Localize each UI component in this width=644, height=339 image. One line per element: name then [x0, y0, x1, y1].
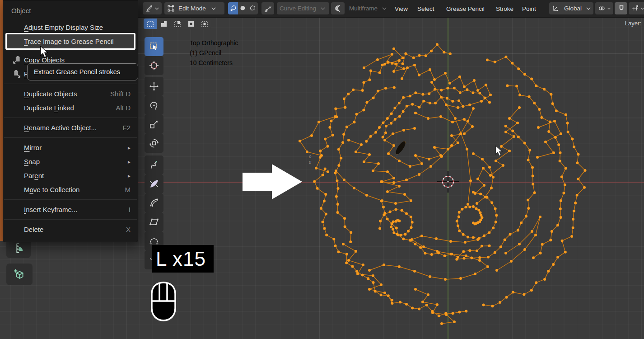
gp-fill-patch: [394, 140, 407, 156]
rotate-tool-icon: [149, 100, 159, 111]
menu-item-adjust-empty-display-size[interactable]: Adjust Empty Display Size: [3, 20, 138, 34]
menu-item-parent[interactable]: Parent▸: [3, 169, 138, 183]
menu-item-label: Mirror: [24, 144, 42, 151]
active-object-label: (1) GPencil: [190, 48, 238, 58]
select-mode-point-icon: [229, 5, 237, 12]
menu-item-rename-active-object[interactable]: Rename Active Object...F2: [3, 121, 138, 135]
select-mode-segment-icon: [249, 5, 257, 12]
cursor-tool-button[interactable]: [145, 56, 163, 75]
snap-target-icon: [631, 5, 639, 12]
extrude-tool-icon: [149, 160, 159, 170]
rotate-tool-button[interactable]: [145, 96, 163, 115]
transform-orientation-dropdown[interactable]: Global: [549, 2, 593, 14]
menu-item-snap[interactable]: Snap▸: [3, 155, 138, 169]
select-mode-invert-button[interactable]: [184, 19, 197, 29]
select-mode-invert-icon: [187, 20, 195, 28]
bend-tool-icon: [149, 198, 159, 208]
menu-item-delete[interactable]: DeleteX: [3, 222, 138, 236]
multiframe-label: Multiframe: [349, 5, 378, 12]
header-menu-view[interactable]: View: [392, 0, 411, 17]
move-tool-icon: [149, 81, 159, 92]
shear-tool-button[interactable]: [145, 212, 163, 231]
select-mode-stroke-button[interactable]: [238, 2, 248, 14]
radius-tool-button[interactable]: [145, 174, 163, 193]
layer-label: Layer:: [625, 20, 641, 27]
select-mode-extend-button[interactable]: [157, 19, 170, 29]
mode-dropdown[interactable]: Edit Mode: [164, 2, 224, 14]
menu-item-shortcut: Alt D: [116, 104, 131, 112]
mouse-indicator-icon: [150, 281, 177, 323]
curve-editing-toggle-button[interactable]: [261, 2, 274, 14]
add-cube-tool-icon: [13, 268, 26, 281]
gp-strokes[interactable]: [300, 45, 585, 324]
object-menu: Object Adjust Empty Display SizeTrace Im…: [3, 0, 138, 242]
menu-item-label: Parent: [24, 172, 44, 179]
blender-window: Top Orthographic (1) GPencil 10 Centimet…: [0, 0, 644, 339]
tweak-select-box-tool-button[interactable]: [145, 37, 163, 56]
menu-gap: [3, 48, 138, 53]
transform-tool-button[interactable]: [145, 134, 163, 153]
menu-item-label: Snap: [24, 158, 40, 165]
multiframe-toggle-button[interactable]: [331, 2, 345, 14]
multiframe-dropdown[interactable]: Multiframe: [346, 2, 390, 14]
header-menu-grease-pencil[interactable]: Grease Pencil: [443, 0, 487, 17]
select-mode-stroke-icon: [239, 5, 247, 12]
select-mode-subtract-button[interactable]: [171, 19, 184, 29]
select-mode-segment-button[interactable]: [248, 2, 258, 14]
snap-magnet-icon: [617, 5, 625, 13]
menu-item-shortcut: M: [125, 186, 131, 193]
select-mode-intersect-button[interactable]: [198, 19, 211, 29]
snap-settings-dropdown[interactable]: [629, 2, 644, 14]
menu-item-insert-keyframe[interactable]: Insert Keyframe...I: [3, 202, 138, 217]
tool-settings-select-modes: [144, 19, 211, 29]
measure-tool-icon: [13, 242, 24, 254]
menu-item-mirror[interactable]: Mirror▸: [3, 141, 138, 155]
menu-item-shortcut: X: [126, 226, 131, 233]
shear-tool-icon: [149, 217, 159, 227]
gp-points[interactable]: [299, 43, 587, 325]
orientation-label: Global: [564, 5, 582, 12]
cursor-tool-icon: [149, 60, 159, 71]
scale-tool-icon: [149, 119, 159, 130]
menu-item-shortcut: F2: [122, 124, 131, 132]
move-tool-button[interactable]: [145, 77, 163, 96]
menu-item-label: Rename Active Object...: [24, 124, 97, 132]
tweak-select-box-tool-icon: [149, 41, 159, 52]
select-mode-extend-icon: [160, 20, 168, 28]
empty-zero-marks: 0 0: [309, 154, 311, 165]
pivot-point-dropdown[interactable]: [595, 2, 613, 14]
header-menu-stroke[interactable]: Stroke: [493, 0, 516, 17]
scale-label: 10 Centimeters: [190, 58, 238, 68]
submenu-arrow-icon: ▸: [128, 173, 131, 179]
select-mode-new-button[interactable]: [144, 19, 157, 29]
editor-type-button[interactable]: [143, 2, 162, 14]
menu-item-duplicate-linked[interactable]: Duplicate LinkedAlt D: [3, 101, 138, 115]
menu-item-trace-image-to-grease-pencil[interactable]: Trace Image to Grease Pencil: [7, 34, 134, 48]
menu-item-move-to-collection[interactable]: Move to CollectionM: [3, 183, 138, 197]
menu-separator: [3, 217, 138, 222]
menu-item-shortcut: I: [129, 206, 131, 213]
menu-separator: [3, 81, 138, 87]
scale-tool-button[interactable]: [145, 115, 163, 134]
object-menu-title: Object: [3, 0, 138, 20]
snap-toggle-button[interactable]: [615, 2, 627, 14]
add-cube-tool-button[interactable]: [6, 264, 33, 285]
select-mode-point-button[interactable]: [228, 2, 238, 14]
menu-item-duplicate-objects[interactable]: Duplicate ObjectsShift D: [3, 87, 138, 101]
menu-item-label: Trace Image to Grease Pencil: [24, 38, 114, 45]
select-mode-intersect-icon: [201, 20, 208, 28]
bend-tool-button[interactable]: [145, 193, 163, 212]
header-menu-select[interactable]: Select: [415, 0, 437, 17]
menu-item-shortcut: Shift D: [110, 90, 131, 98]
mouse-cursor-viewport: [495, 146, 504, 156]
multiframe-toggle-icon: [334, 4, 342, 13]
transform-orientation-icon: [552, 5, 560, 12]
curve-editing-dropdown[interactable]: Curve Editing: [277, 2, 329, 14]
curve-editing-label: Curve Editing: [280, 5, 316, 12]
menu-item-label: Move to Collection: [24, 186, 79, 193]
pivot-point-icon: [598, 5, 606, 12]
header-menu-point[interactable]: Point: [519, 0, 539, 17]
viewport-overlay-text: Top Orthographic (1) GPencil 10 Centimet…: [190, 38, 238, 68]
extrude-tool-button[interactable]: [145, 155, 163, 174]
gp-select-mode-toggles: [228, 2, 258, 14]
